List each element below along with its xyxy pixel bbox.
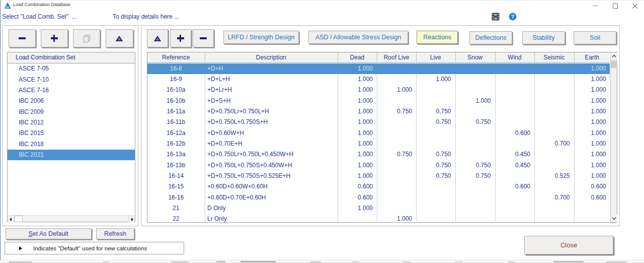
svg-text:?: ? bbox=[511, 14, 514, 20]
